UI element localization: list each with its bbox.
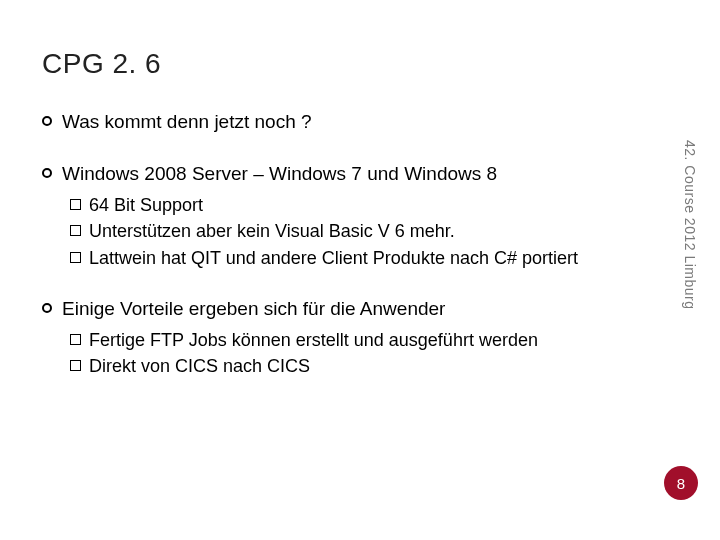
sub-bullet-item: Direkt von CICS nach CICS xyxy=(70,355,630,378)
sub-bullet-item: Fertige FTP Jobs können erstellt und aus… xyxy=(70,329,630,352)
page-number: 8 xyxy=(677,475,685,492)
sub-list: Fertige FTP Jobs können erstellt und aus… xyxy=(70,329,630,378)
ring-bullet-icon xyxy=(42,168,52,178)
sub-bullet-item: 64 Bit Support xyxy=(70,194,630,217)
sub-bullet-text: 64 Bit Support xyxy=(89,194,203,217)
square-bullet-icon xyxy=(70,252,81,263)
sub-bullet-text: Lattwein hat QIT und andere Client Produ… xyxy=(89,247,578,270)
side-label: 42. Course 2012 Limburg xyxy=(682,140,698,310)
slide-title: CPG 2. 6 xyxy=(42,48,161,80)
slide-content: Was kommt denn jetzt noch ? Windows 2008… xyxy=(42,110,630,382)
square-bullet-icon xyxy=(70,199,81,210)
sub-bullet-text: Direkt von CICS nach CICS xyxy=(89,355,310,378)
bullet-item: Was kommt denn jetzt noch ? xyxy=(42,110,630,134)
ring-bullet-icon xyxy=(42,303,52,313)
square-bullet-icon xyxy=(70,360,81,371)
sub-bullet-item: Lattwein hat QIT und andere Client Produ… xyxy=(70,247,630,270)
bullet-item: Windows 2008 Server – Windows 7 und Wind… xyxy=(42,162,630,186)
sub-bullet-item: Unterstützen aber kein Visual Basic V 6 … xyxy=(70,220,630,243)
sub-list: 64 Bit Support Unterstützen aber kein Vi… xyxy=(70,194,630,270)
bullet-text: Was kommt denn jetzt noch ? xyxy=(62,110,312,134)
sub-bullet-text: Fertige FTP Jobs können erstellt und aus… xyxy=(89,329,538,352)
sub-bullet-text: Unterstützen aber kein Visual Basic V 6 … xyxy=(89,220,455,243)
ring-bullet-icon xyxy=(42,116,52,126)
square-bullet-icon xyxy=(70,225,81,236)
page-number-badge: 8 xyxy=(664,466,698,500)
bullet-item: Einige Vorteile ergeben sich für die Anw… xyxy=(42,297,630,321)
square-bullet-icon xyxy=(70,334,81,345)
slide: CPG 2. 6 Was kommt denn jetzt noch ? Win… xyxy=(0,0,720,540)
bullet-text: Windows 2008 Server – Windows 7 und Wind… xyxy=(62,162,497,186)
bullet-text: Einige Vorteile ergeben sich für die Anw… xyxy=(62,297,445,321)
